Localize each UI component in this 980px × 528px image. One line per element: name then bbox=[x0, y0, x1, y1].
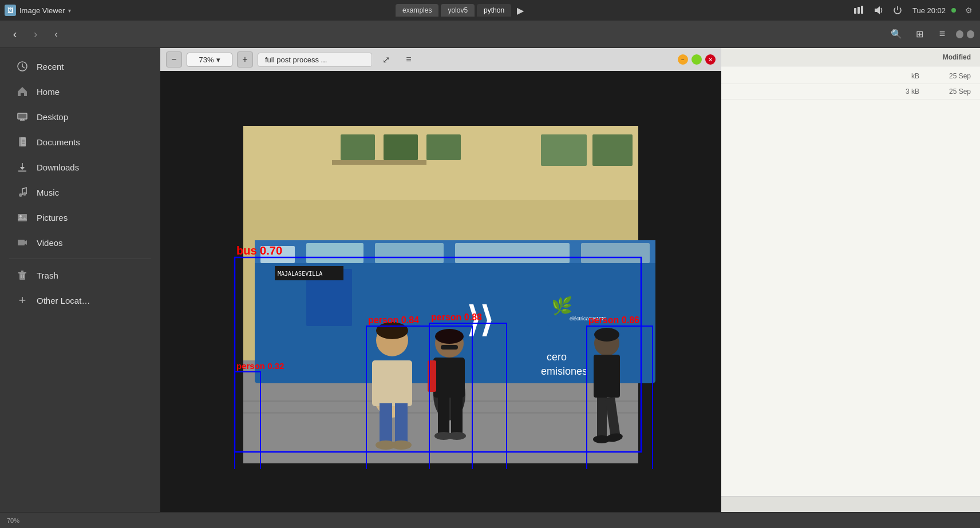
sidebar-item-other[interactable]: + Other Locat… bbox=[5, 288, 156, 312]
power-icon[interactable] bbox=[891, 3, 904, 17]
svg-point-68 bbox=[448, 432, 466, 440]
top-bar-left: 🖼 Image Viewer ▾ bbox=[5, 5, 71, 16]
svg-text:person 0.32: person 0.32 bbox=[236, 361, 284, 371]
tab-yolov5[interactable]: yolov5 bbox=[441, 4, 475, 17]
sidebar-label-downloads: Downloads bbox=[37, 162, 79, 172]
viewer-titlebar: − 73% ▾ + full post process ... ⤢ ≡ − bbox=[160, 48, 721, 71]
sidebar-label-desktop: Desktop bbox=[37, 112, 68, 122]
menu-btn[interactable]: ≡ bbox=[933, 25, 951, 43]
win-dot-2 bbox=[967, 30, 974, 38]
svg-point-14 bbox=[23, 192, 26, 196]
documents-icon bbox=[16, 136, 29, 148]
fullscreen-btn[interactable]: ⤢ bbox=[377, 50, 395, 69]
sidebar-item-downloads[interactable]: Downloads bbox=[5, 155, 156, 179]
other-icon: + bbox=[16, 294, 29, 307]
sidebar-item-videos[interactable]: Videos bbox=[5, 231, 156, 255]
svg-rect-40 bbox=[455, 243, 570, 263]
clock: Tue 20:02 bbox=[912, 6, 946, 15]
close-btn[interactable]: ✕ bbox=[705, 54, 716, 65]
svg-rect-18 bbox=[19, 273, 25, 280]
top-bar-right: Tue 20:02 ⚙ bbox=[852, 3, 975, 17]
sidebar-label-pictures: Pictures bbox=[37, 213, 68, 223]
viewer-menu-btn[interactable]: ≡ bbox=[400, 50, 418, 69]
sidebar-item-documents[interactable]: Documents bbox=[5, 130, 156, 154]
sidebar-item-desktop[interactable]: Desktop bbox=[5, 105, 156, 129]
svg-rect-1 bbox=[858, 7, 860, 14]
svg-rect-25 bbox=[341, 134, 375, 160]
svg-text:person 0.86: person 0.86 bbox=[588, 315, 639, 325]
sidebar-item-music[interactable]: Music bbox=[5, 180, 156, 204]
svg-point-16 bbox=[19, 215, 22, 217]
svg-rect-41 bbox=[581, 243, 650, 263]
svg-point-61 bbox=[435, 329, 464, 344]
app-title: Image Viewer bbox=[19, 6, 65, 15]
sidebar-divider bbox=[9, 259, 151, 259]
tab-add-btn[interactable]: ▶ bbox=[513, 3, 527, 17]
win-dot-1 bbox=[956, 30, 963, 38]
sidebar-item-pictures[interactable]: Pictures bbox=[5, 205, 156, 229]
svg-rect-63 bbox=[433, 358, 465, 398]
zoom-out-btn[interactable]: − bbox=[166, 51, 182, 68]
svg-rect-29 bbox=[592, 134, 633, 166]
file-size-1: kB bbox=[885, 72, 919, 80]
status-bar: 70% bbox=[0, 512, 980, 528]
home-icon bbox=[16, 85, 29, 98]
sidebar-label-other: Other Locat… bbox=[37, 296, 90, 305]
file-date-2: 25 Sep bbox=[925, 88, 971, 96]
svg-text:cero: cero bbox=[547, 351, 567, 363]
svg-rect-38 bbox=[306, 243, 363, 263]
zoom-dropdown-arrow[interactable]: ▾ bbox=[216, 55, 220, 64]
downloads-icon bbox=[16, 161, 29, 173]
svg-rect-15 bbox=[18, 214, 27, 221]
svg-rect-28 bbox=[541, 134, 587, 166]
up-btn[interactable]: ‹ bbox=[47, 25, 65, 43]
search-btn[interactable]: 🔍 bbox=[887, 25, 906, 43]
volume-icon[interactable] bbox=[871, 3, 885, 17]
desktop-icon bbox=[16, 110, 29, 123]
svg-rect-65 bbox=[438, 398, 449, 435]
svg-rect-55 bbox=[380, 403, 392, 443]
file-size-2: 3 kB bbox=[885, 88, 919, 96]
sidebar-item-home[interactable]: Home bbox=[5, 80, 156, 104]
svg-rect-66 bbox=[451, 398, 463, 435]
sidebar-label-home: Home bbox=[37, 87, 60, 97]
svg-rect-71 bbox=[594, 355, 620, 398]
settings-icon[interactable]: ⚙ bbox=[962, 3, 975, 17]
tab-python[interactable]: python bbox=[477, 4, 511, 17]
sidebar-item-recent[interactable]: Recent bbox=[5, 54, 156, 78]
forward-btn[interactable]: › bbox=[26, 25, 45, 43]
back-btn[interactable]: ‹ bbox=[6, 25, 24, 43]
network-icon bbox=[852, 3, 866, 17]
svg-rect-31 bbox=[375, 160, 426, 165]
top-bar: 🖼 Image Viewer ▾ examples yolov5 python … bbox=[0, 0, 980, 21]
zoom-in-btn[interactable]: + bbox=[237, 51, 253, 68]
clock-dot bbox=[951, 8, 956, 13]
nav-buttons: ‹ › ‹ bbox=[6, 25, 65, 43]
svg-rect-27 bbox=[426, 134, 461, 160]
sidebar-label-trash: Trash bbox=[37, 271, 58, 280]
recent-icon bbox=[16, 60, 29, 73]
grid-btn[interactable]: ⊞ bbox=[910, 25, 928, 43]
svg-rect-6 bbox=[18, 113, 27, 119]
svg-rect-72 bbox=[597, 398, 607, 438]
svg-text:person 0.84: person 0.84 bbox=[368, 315, 419, 325]
svg-text:emisiones: emisiones bbox=[541, 366, 587, 377]
svg-text:MAJALASEVILLA: MAJALASEVILLA bbox=[278, 271, 322, 277]
trash-icon bbox=[16, 269, 29, 281]
svg-rect-26 bbox=[384, 134, 418, 160]
image-canvas: ⟩⟩ cero emisiones 🌿 eléctricamEMTe MAJAL… bbox=[160, 71, 721, 512]
dropdown-arrow: ▾ bbox=[68, 7, 71, 14]
maximize-btn[interactable] bbox=[691, 54, 702, 65]
svg-point-58 bbox=[391, 440, 412, 450]
main-content: Recent Home Desktop bbox=[0, 48, 980, 512]
minimize-btn[interactable]: − bbox=[678, 54, 688, 65]
zoom-display: 73% ▾ bbox=[187, 53, 232, 67]
svg-point-13 bbox=[19, 193, 22, 197]
sidebar-label-music: Music bbox=[37, 188, 59, 197]
sidebar-item-trash[interactable]: Trash bbox=[5, 263, 156, 287]
tab-examples[interactable]: examples bbox=[396, 4, 438, 17]
svg-rect-2 bbox=[861, 6, 863, 14]
sidebar-label-documents: Documents bbox=[37, 137, 80, 147]
image-viewer-overlay: − 73% ▾ + full post process ... ⤢ ≡ − bbox=[160, 48, 721, 512]
main-toolbar: ‹ › ‹ 🔍 ⊞ ≡ bbox=[0, 21, 980, 48]
